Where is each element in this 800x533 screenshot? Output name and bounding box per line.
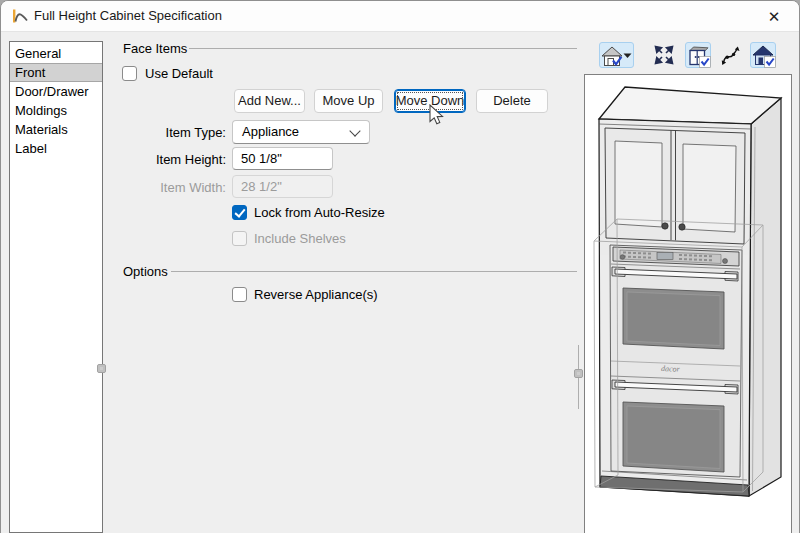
chevron-down-icon: [349, 125, 360, 136]
item-width-label: Item Width:: [114, 180, 226, 195]
fill-window-icon: [653, 44, 675, 66]
close-button[interactable]: ✕: [759, 5, 789, 28]
brand-logo-text: dacor: [661, 364, 681, 374]
app-logo-icon: [11, 7, 29, 25]
dropdown-arrow-icon[interactable]: [623, 53, 632, 59]
cabinet-toggle-button[interactable]: [685, 42, 711, 68]
sidebar-item-moldings[interactable]: Moldings: [10, 101, 102, 120]
path-arrows-button[interactable]: [717, 42, 743, 68]
cabinet-3d-drawing: dacor: [585, 75, 791, 533]
lock-auto-resize-label: Lock from Auto-Resize: [254, 205, 385, 220]
preview-3d-viewport[interactable]: dacor: [584, 74, 792, 533]
item-type-dropdown[interactable]: Appliance: [232, 120, 370, 144]
house-color-check-icon: [752, 44, 776, 68]
item-width-input: [232, 175, 333, 198]
reverse-appliance-label: Reverse Appliance(s): [254, 287, 378, 302]
path-arrows-icon: [719, 44, 741, 66]
lock-auto-resize-checkbox[interactable]: [232, 205, 247, 220]
options-heading: Options: [123, 264, 168, 279]
use-default-label: Use Default: [145, 66, 213, 81]
item-height-input[interactable]: [232, 147, 333, 170]
fill-window-button[interactable]: [651, 42, 677, 68]
title-bar: Full Height Cabinet Specification ✕: [1, 1, 799, 32]
right-splitter-grip[interactable]: [574, 369, 583, 378]
options-rule: [171, 271, 577, 272]
item-height-label: Item Height:: [114, 152, 226, 167]
standard-view-button[interactable]: [599, 42, 634, 68]
sidebar-item-materials[interactable]: Materials: [10, 120, 102, 139]
reverse-appliance-checkbox[interactable]: [232, 287, 247, 302]
item-type-label: Item Type:: [114, 125, 226, 140]
item-type-value: Appliance: [242, 124, 299, 139]
use-default-checkbox[interactable]: [122, 66, 137, 81]
cabinet-check-icon: [687, 44, 711, 68]
preview-toolbar: [1, 42, 799, 68]
window-title: Full Height Cabinet Specification: [34, 8, 222, 23]
include-shelves-label: Include Shelves: [254, 231, 346, 246]
page-list: General Front Door/Drawer Moldings Mater…: [9, 41, 103, 533]
delete-button[interactable]: Delete: [476, 89, 548, 113]
color-toggle-button[interactable]: [750, 42, 776, 68]
left-splitter-grip[interactable]: [97, 364, 106, 373]
include-shelves-checkbox: [232, 231, 247, 246]
cabinet-specification-dialog: Full Height Cabinet Specification ✕ Gene…: [0, 0, 800, 533]
move-up-button[interactable]: Move Up: [314, 89, 383, 113]
sidebar-item-label[interactable]: Label: [10, 139, 102, 158]
move-down-button[interactable]: Move Down: [394, 89, 466, 113]
sidebar-item-door-drawer[interactable]: Door/Drawer: [10, 82, 102, 101]
add-new-button[interactable]: Add New...: [234, 89, 305, 113]
house-check-icon: [601, 45, 623, 67]
